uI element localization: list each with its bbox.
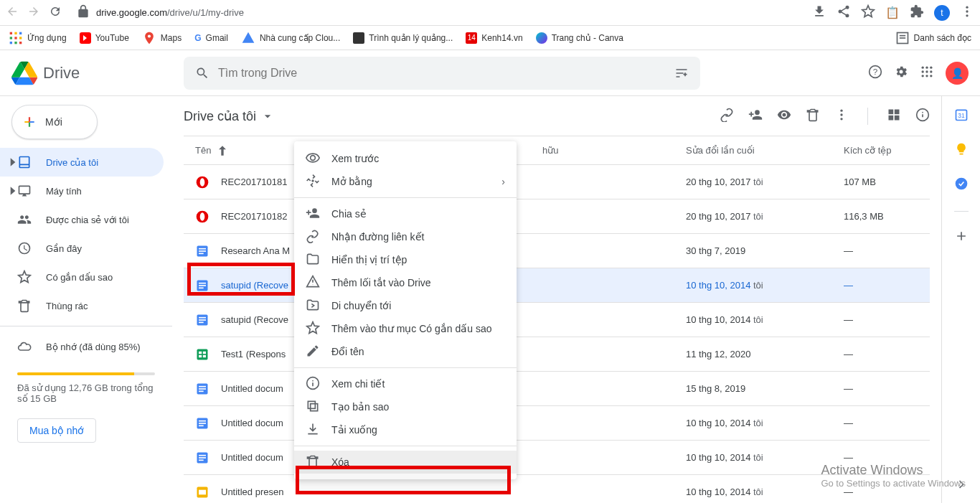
storage-bar xyxy=(17,372,155,375)
svg-rect-48 xyxy=(199,287,204,288)
chevron-right-icon: › xyxy=(501,176,505,187)
context-menu-item[interactable]: Mở bằng› xyxy=(294,170,517,193)
bookmark-star-icon[interactable] xyxy=(861,4,875,22)
bookmark-item[interactable]: Trang chủ - Canva xyxy=(536,32,623,44)
svg-point-29 xyxy=(840,118,842,120)
bookmark-item[interactable]: GGmail xyxy=(194,33,228,43)
sidebar-item-mydrive[interactable]: Drive của tôi xyxy=(0,148,164,177)
sidebar-item-recent[interactable]: Gần đây xyxy=(0,234,164,263)
svg-point-25 xyxy=(925,75,928,77)
more-icon[interactable] xyxy=(834,108,849,125)
svg-point-21 xyxy=(922,70,924,72)
calendar-icon[interactable]: 31 xyxy=(954,108,969,125)
svg-rect-56 xyxy=(199,354,202,357)
apps-icon[interactable] xyxy=(920,65,934,82)
context-menu-item[interactable]: Di chuyển tới xyxy=(294,294,517,317)
svg-point-18 xyxy=(922,66,924,68)
column-owner[interactable]: hữu xyxy=(542,145,686,156)
file-name: REC201710181 xyxy=(221,177,288,187)
tasks-icon[interactable] xyxy=(954,177,969,194)
svg-rect-9 xyxy=(10,42,12,44)
svg-point-20 xyxy=(930,66,932,68)
search-input[interactable] xyxy=(218,67,666,80)
sidebar-item-starred[interactable]: Có gắn dấu sao xyxy=(0,263,164,291)
person-add-icon[interactable] xyxy=(748,108,763,125)
settings-icon[interactable] xyxy=(894,65,908,82)
column-modified[interactable]: Sửa đổi lần cuối xyxy=(686,145,844,156)
file-modified: 20 thg 10, 2017 tôi xyxy=(686,177,844,187)
keep-icon[interactable] xyxy=(954,142,969,159)
context-menu-item[interactable]: Xem trước xyxy=(294,147,517,170)
context-menu-item[interactable]: Tạo bản sao xyxy=(294,395,517,418)
new-button[interactable]: Mới xyxy=(11,105,98,139)
help-icon[interactable]: ? xyxy=(868,65,882,82)
buy-storage-button[interactable]: Mua bộ nhớ xyxy=(17,418,96,443)
context-menu-item[interactable]: Tải xuống xyxy=(294,418,517,441)
svg-rect-3 xyxy=(10,32,12,34)
file-size: — xyxy=(844,280,930,291)
back-button[interactable] xyxy=(6,5,19,21)
svg-point-22 xyxy=(925,70,928,72)
sidebar-item-storage[interactable]: Bộ nhớ (đã dùng 85%) xyxy=(0,332,164,361)
svg-rect-61 xyxy=(199,390,204,392)
column-size[interactable]: Kích cỡ tệp xyxy=(844,145,930,156)
cloud-icon xyxy=(17,339,32,354)
svg-rect-68 xyxy=(199,457,206,459)
sidebar-item-trash[interactable]: Thùng rác xyxy=(0,291,164,320)
bookmark-item[interactable]: YouTube xyxy=(80,32,129,44)
bookmark-item[interactable]: Maps xyxy=(142,31,182,45)
extension-icon[interactable]: 📋 xyxy=(885,6,900,19)
sort-asc-icon[interactable] xyxy=(215,144,230,158)
context-menu-label: Thêm lối tắt vào Drive xyxy=(331,277,431,288)
reload-button[interactable] xyxy=(49,5,62,21)
share-icon[interactable] xyxy=(837,4,851,22)
profile-avatar[interactable]: t xyxy=(934,5,950,21)
info-icon[interactable] xyxy=(915,108,930,125)
context-menu-item[interactable]: Đổi tên xyxy=(294,340,517,363)
bookmark-item[interactable]: Trình quản lý quảng... xyxy=(353,32,453,44)
context-menu-item[interactable]: Chia sẻ xyxy=(294,202,517,225)
drive-logo[interactable]: Drive xyxy=(11,60,184,86)
svg-rect-32 xyxy=(889,115,894,120)
svg-point-23 xyxy=(930,70,932,72)
context-menu-item[interactable]: Nhận đường liên kết xyxy=(294,225,517,248)
reading-list[interactable]: Danh sách đọc xyxy=(895,31,971,45)
sidebar-item-computers[interactable]: Máy tính xyxy=(0,177,164,205)
activate-windows-watermark: Activate Windows Go to Settings to activ… xyxy=(821,463,966,489)
svg-rect-59 xyxy=(199,385,206,387)
context-menu-label: Di chuyển tới xyxy=(331,300,391,311)
svg-rect-80 xyxy=(308,401,315,408)
install-icon[interactable] xyxy=(812,4,826,22)
svg-rect-57 xyxy=(203,354,206,357)
bookmark-item[interactable]: Nhà cung cấp Clou... xyxy=(241,31,340,45)
puzzle-icon[interactable] xyxy=(910,4,924,22)
file-size: 116,3 MB xyxy=(844,211,930,222)
address-bar[interactable]: drive.google.com/drive/u/1/my-drive xyxy=(76,4,798,21)
account-avatar[interactable]: 👤 xyxy=(946,62,969,85)
clock-icon xyxy=(17,241,32,255)
grid-view-icon[interactable] xyxy=(887,108,901,125)
bookmark-item[interactable]: 14Kenh14.vn xyxy=(466,32,522,44)
sidebar-item-shared[interactable]: Được chia sẻ với tôi xyxy=(0,205,164,234)
context-menu-item[interactable]: Xem chi tiết xyxy=(294,372,517,395)
context-menu-item[interactable]: Thêm lối tắt vào Drive xyxy=(294,271,517,294)
breadcrumb[interactable]: Drive của tôi xyxy=(184,108,275,124)
link-icon[interactable] xyxy=(720,108,734,125)
bookmark-item[interactable]: Ứng dụng xyxy=(9,31,67,45)
search-box[interactable] xyxy=(184,57,700,90)
column-name[interactable]: Tên xyxy=(195,145,211,156)
trash-icon xyxy=(306,454,320,471)
search-options-icon[interactable] xyxy=(674,66,689,80)
context-menu-item[interactable]: Xóa xyxy=(294,451,517,474)
context-menu-item[interactable]: Hiển thị vị trí tệp xyxy=(294,248,517,271)
delete-icon[interactable] xyxy=(806,108,820,125)
file-name: satupid (Recove xyxy=(221,314,288,325)
preview-icon[interactable] xyxy=(777,108,791,125)
svg-point-26 xyxy=(930,75,932,77)
browser-menu-icon[interactable] xyxy=(960,4,974,22)
file-modified: 10 thg 10, 2014 tôi xyxy=(686,418,844,428)
add-addon-icon[interactable] xyxy=(954,229,969,246)
forward-button[interactable] xyxy=(27,5,40,21)
context-menu-item[interactable]: Thêm vào thư mục Có gắn dấu sao xyxy=(294,317,517,340)
file-size: — xyxy=(844,383,930,394)
